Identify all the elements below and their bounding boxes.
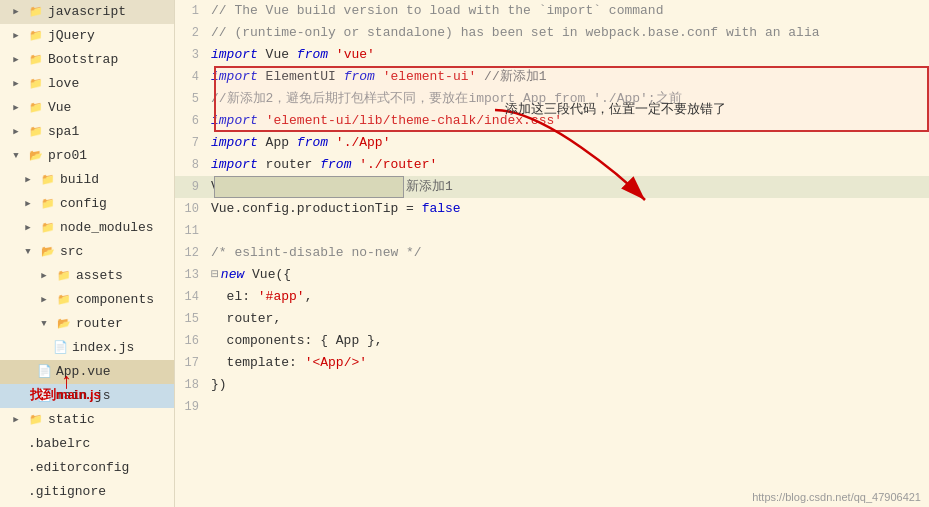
line-num: 14 xyxy=(175,286,207,308)
sidebar-item-babelrc[interactable]: .babelrc xyxy=(0,432,174,456)
sidebar-item-label: src xyxy=(60,242,83,262)
sidebar-item-label: Bootstrap xyxy=(48,50,118,70)
line-content: import Vue from 'vue' xyxy=(207,44,929,66)
collapse-icon xyxy=(8,76,24,92)
line-content: el: '#app', xyxy=(207,286,929,308)
sidebar-item-bootstrap[interactable]: 📁 Bootstrap xyxy=(0,48,174,72)
line-num: 19 xyxy=(175,396,207,418)
sidebar-item-node-modules[interactable]: 📁 node_modules xyxy=(0,216,174,240)
watermark: https://blog.csdn.net/qq_47906421 xyxy=(752,491,921,503)
line-num: 12 xyxy=(175,242,207,264)
sidebar-item-label: router xyxy=(76,314,123,334)
code-line-16: 16 components: { App }, xyxy=(175,330,929,352)
sidebar-item-label: node_modules xyxy=(60,218,154,238)
line-num: 8 xyxy=(175,154,207,176)
line-content: Vue.use(ElementUI) // 新添加1 xyxy=(207,176,929,198)
expand-icon xyxy=(20,244,36,260)
sidebar-item-src[interactable]: 📂 src xyxy=(0,240,174,264)
sidebar-item-label: assets xyxy=(76,266,123,286)
collapse-icon xyxy=(8,4,24,20)
sidebar-item-label: .babelrc xyxy=(28,434,90,454)
code-area[interactable]: 添加这三段代码，位置一定不要放错了 1 // The Vue build ver… xyxy=(175,0,929,507)
code-line-3: 3 import Vue from 'vue' xyxy=(175,44,929,66)
line-num: 17 xyxy=(175,352,207,374)
code-line-19: 19 xyxy=(175,396,929,418)
sidebar-item-label: config xyxy=(60,194,107,214)
collapse-icon xyxy=(8,52,24,68)
sidebar-item-label: Vue xyxy=(48,98,71,118)
file-vue-icon: 📄 xyxy=(36,364,52,380)
code-line-6: 6 import 'element-ui/lib/theme-chalk/ind… xyxy=(175,110,929,132)
sidebar-item-love[interactable]: 📁 love xyxy=(0,72,174,96)
folder-icon: 📁 xyxy=(40,172,56,188)
code-line-1: 1 // The Vue build version to load with … xyxy=(175,0,929,22)
expand-icon xyxy=(36,316,52,332)
sidebar-item-label: pro01 xyxy=(48,146,87,166)
sidebar-item-vue[interactable]: 📁 Vue xyxy=(0,96,174,120)
line-content: //新添加2，避免后期打包样式不同，要放在import App from './… xyxy=(207,88,929,110)
code-line-9: 9 Vue.use(ElementUI) // 新添加1 xyxy=(175,176,929,198)
folder-icon: 📁 xyxy=(56,268,72,284)
sidebar-item-label: build xyxy=(60,170,99,190)
sidebar-item-label: love xyxy=(48,74,79,94)
sidebar-item-build[interactable]: 📁 build xyxy=(0,168,174,192)
code-line-15: 15 router, xyxy=(175,308,929,330)
line-content: import 'element-ui/lib/theme-chalk/index… xyxy=(207,110,929,132)
line-num: 7 xyxy=(175,132,207,154)
collapse-icon xyxy=(36,268,52,284)
collapse-icon xyxy=(36,292,52,308)
collapse-icon xyxy=(20,196,36,212)
sidebar-item-components[interactable]: 📁 components xyxy=(0,288,174,312)
sidebar-item-router[interactable]: 📂 router xyxy=(0,312,174,336)
code-line-13: 13 ⊟new Vue({ xyxy=(175,264,929,286)
sidebar-item-app-vue[interactable]: 📄 App.vue xyxy=(0,360,174,384)
line-num: 1 xyxy=(175,0,207,22)
sidebar-item-static[interactable]: 📁 static xyxy=(0,408,174,432)
line-num: 6 xyxy=(175,110,207,132)
collapse-icon xyxy=(8,412,24,428)
sidebar-item-index-js[interactable]: 📄 index.js xyxy=(0,336,174,360)
folder-icon: 📁 xyxy=(40,220,56,236)
code-line-17: 17 template: '<App/>' xyxy=(175,352,929,374)
file-tree[interactable]: 📁 javascript 📁 jQuery 📁 Bootstrap 📁 love… xyxy=(0,0,175,507)
folder-icon: 📁 xyxy=(28,76,44,92)
file-icon xyxy=(8,436,24,452)
line-content: Vue.config.productionTip = false xyxy=(207,198,929,220)
line-num: 5 xyxy=(175,88,207,110)
collapse-icon xyxy=(20,220,36,236)
sidebar-item-pro01[interactable]: 📂 pro01 xyxy=(0,144,174,168)
collapse-icon xyxy=(8,100,24,116)
sidebar-item-label: spa1 xyxy=(48,122,79,142)
folder-icon: 📁 xyxy=(40,196,56,212)
sidebar-item-config[interactable]: 📁 config xyxy=(0,192,174,216)
sidebar-item-jquery[interactable]: 📁 jQuery xyxy=(0,24,174,48)
code-line-11: 11 xyxy=(175,220,929,242)
line-content: /* eslint-disable no-new */ xyxy=(207,242,929,264)
folder-icon: 📁 xyxy=(56,292,72,308)
line-content: // (runtime-only or standalone) has been… xyxy=(207,22,929,44)
code-line-14: 14 el: '#app', xyxy=(175,286,929,308)
sidebar-item-assets[interactable]: 📁 assets xyxy=(0,264,174,288)
sidebar-item-spa1[interactable]: 📁 spa1 xyxy=(0,120,174,144)
sidebar-item-editorconfig[interactable]: .editorconfig xyxy=(0,456,174,480)
line-content: import router from './router' xyxy=(207,154,929,176)
folder-icon: 📁 xyxy=(28,4,44,20)
line-num: 15 xyxy=(175,308,207,330)
sidebar-item-label: static xyxy=(48,410,95,430)
line-num: 13 xyxy=(175,264,207,286)
line-content: components: { App }, xyxy=(207,330,929,352)
sidebar-item-gitignore[interactable]: .gitignore xyxy=(0,480,174,504)
line-num: 18 xyxy=(175,374,207,396)
folder-icon: 📁 xyxy=(28,28,44,44)
sidebar-item-javascript[interactable]: 📁 javascript xyxy=(0,0,174,24)
line-num: 4 xyxy=(175,66,207,88)
code-line-18: 18 }) xyxy=(175,374,929,396)
code-line-10: 10 Vue.config.productionTip = false xyxy=(175,198,929,220)
folder-icon: 📁 xyxy=(28,124,44,140)
line-num: 9 xyxy=(175,176,207,198)
code-line-12: 12 /* eslint-disable no-new */ xyxy=(175,242,929,264)
folder-icon: 📁 xyxy=(28,412,44,428)
line-content: import App from './App' xyxy=(207,132,929,154)
code-line-5: 5 //新添加2，避免后期打包样式不同，要放在import App from '… xyxy=(175,88,929,110)
sidebar-item-label: .gitignore xyxy=(28,482,106,502)
